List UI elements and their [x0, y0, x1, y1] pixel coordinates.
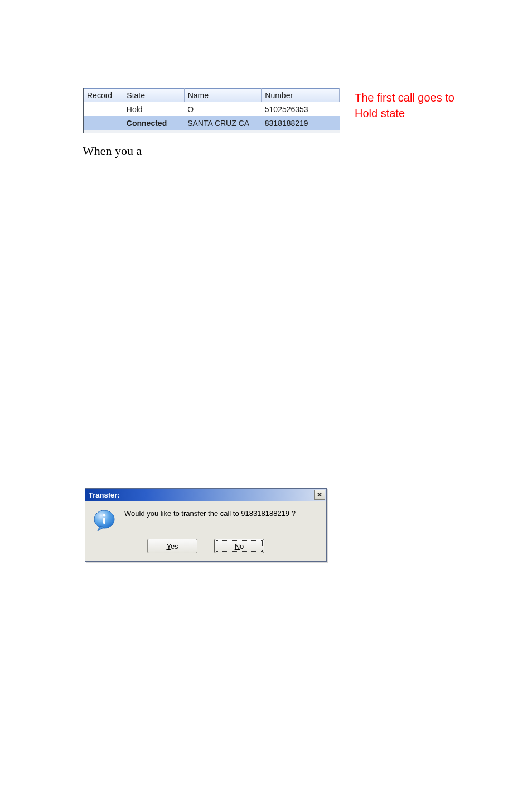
table-header-row: Record State Name Number	[84, 89, 340, 102]
cell-state: Connected	[123, 116, 184, 130]
dialog-button-row: Yes No	[85, 537, 326, 561]
close-icon: ✕	[317, 491, 322, 499]
table-row[interactable]: Hold O 5102526353	[84, 102, 340, 117]
dialog-body: Would you like to transfer the call to 9…	[85, 501, 326, 537]
cell-name: SANTA CRUZ CA	[184, 116, 262, 130]
col-header-record[interactable]: Record	[84, 89, 123, 102]
cell-record	[84, 116, 123, 130]
svg-point-1	[103, 514, 106, 517]
call-list-table: Record State Name Number Hold O 51025263…	[83, 88, 340, 133]
info-icon	[93, 509, 117, 532]
no-button[interactable]: No	[214, 539, 264, 553]
annotation-text: The first call goes to Hold state	[355, 90, 466, 121]
dialog-title: Transfer:	[89, 491, 120, 499]
cell-state-text: Connected	[127, 119, 167, 128]
transfer-dialog: Transfer: ✕ Would you like to trans	[85, 488, 327, 562]
dialog-titlebar: Transfer: ✕	[85, 489, 326, 501]
cell-name: O	[184, 102, 262, 117]
col-header-number[interactable]: Number	[262, 89, 340, 102]
col-header-name[interactable]: Name	[184, 89, 262, 102]
table-row[interactable]: Connected SANTA CRUZ CA 8318188219	[84, 116, 340, 130]
cell-state: Hold	[123, 102, 184, 117]
cell-number: 5102526353	[262, 102, 340, 117]
no-button-label: No	[235, 542, 244, 551]
dialog-message: Would you like to transfer the call to 9…	[124, 509, 296, 532]
call-table: Record State Name Number Hold O 51025263…	[84, 88, 340, 133]
cell-number: 8318188219	[262, 116, 340, 130]
yes-button-label: Yes	[166, 542, 178, 551]
close-button[interactable]: ✕	[314, 490, 325, 500]
cell-record	[84, 102, 123, 117]
yes-button[interactable]: Yes	[147, 539, 197, 553]
col-header-state[interactable]: State	[123, 89, 184, 102]
body-text: When you a	[83, 144, 142, 158]
table-padding-row	[84, 130, 340, 133]
svg-rect-2	[103, 518, 105, 524]
